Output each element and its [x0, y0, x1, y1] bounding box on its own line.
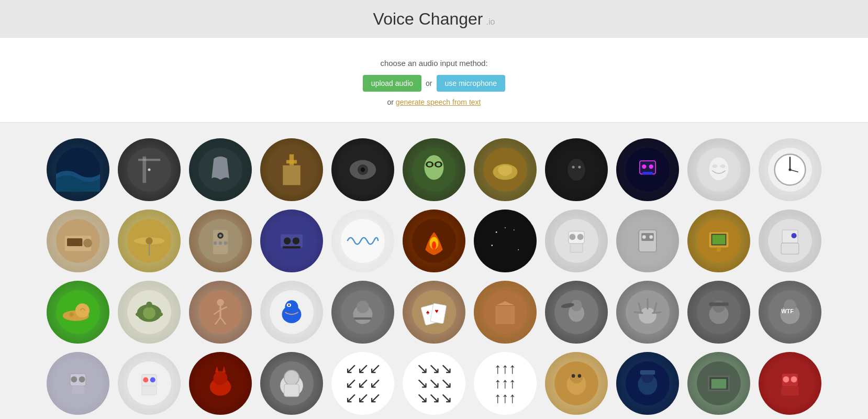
svg-point-29: [649, 164, 653, 169]
app-title-main: Voice Changer: [373, 9, 483, 29]
svg-text:♠: ♠: [426, 308, 429, 315]
voices-section: ♠♥WTF↙↙↙↙↙↙↙↙↙↘↘↘↘↘↘↘↘↘↑↑↑↑↑↑↑↑↑: [0, 123, 868, 419]
voice-box[interactable]: [474, 281, 537, 344]
voices-grid: ♠♥WTF↙↙↙↙↙↙↙↙↙↘↘↘↘↘↘↘↘↘↑↑↑↑↑↑↑↑↑: [21, 138, 847, 419]
svg-point-53: [219, 241, 222, 245]
voice-officer[interactable]: [687, 281, 750, 344]
audio-section: choose an audio input method: upload aud…: [0, 38, 868, 123]
svg-point-52: [214, 241, 217, 245]
voice-general[interactable]: [331, 281, 394, 344]
voice-clock[interactable]: [759, 138, 821, 201]
voice-robot-white[interactable]: [545, 210, 608, 272]
svg-point-39: [788, 168, 791, 171]
svg-rect-170: [711, 379, 727, 389]
svg-point-15: [425, 155, 444, 180]
svg-point-42: [83, 239, 92, 248]
voice-cards[interactable]: ♠♥: [403, 281, 465, 344]
voice-toy-robot[interactable]: [118, 352, 181, 415]
svg-point-64: [483, 219, 527, 263]
voice-arrows-up[interactable]: ↑↑↑↑↑↑↑↑↑: [474, 352, 537, 415]
use-microphone-button[interactable]: use microphone: [437, 75, 506, 92]
voice-spiky[interactable]: [616, 281, 679, 344]
voice-sonic[interactable]: [260, 281, 323, 344]
voice-arrows-down-right[interactable]: ↘↘↘↘↘↘↘↘↘: [403, 352, 465, 415]
upload-audio-button[interactable]: upload audio: [363, 75, 421, 92]
svg-point-161: [572, 374, 575, 378]
voice-snail[interactable]: [47, 281, 109, 344]
voice-dark-face[interactable]: [545, 138, 608, 201]
svg-point-68: [518, 249, 519, 250]
svg-point-69: [505, 227, 506, 228]
svg-point-34: [720, 164, 726, 168]
svg-point-4: [148, 168, 150, 171]
voice-wave[interactable]: [331, 210, 394, 272]
svg-point-25: [578, 166, 581, 168]
voice-detective[interactable]: [545, 281, 608, 344]
voice-dali-clock[interactable]: [474, 138, 537, 201]
svg-point-146: [143, 377, 148, 382]
generate-speech-link[interactable]: generate speech from text: [396, 98, 481, 106]
svg-rect-9: [283, 166, 301, 185]
svg-point-174: [791, 377, 797, 383]
voice-cymbal[interactable]: [118, 210, 181, 272]
voice-astronaut[interactable]: [260, 352, 323, 415]
svg-point-92: [75, 303, 90, 317]
voice-fire-eye[interactable]: [403, 210, 465, 272]
svg-point-33: [712, 164, 717, 168]
voice-chipmunk[interactable]: [545, 352, 608, 415]
svg-point-151: [214, 371, 228, 385]
generate-prefix: or: [387, 98, 396, 106]
svg-rect-166: [640, 370, 655, 374]
svg-point-111: [288, 304, 290, 306]
voice-anonymous[interactable]: [687, 138, 750, 201]
svg-point-65: [496, 231, 497, 233]
svg-point-63: [432, 241, 436, 249]
svg-point-154: [284, 370, 299, 385]
header: Voice Changer .io: [0, 0, 868, 38]
svg-point-147: [150, 377, 155, 382]
svg-point-101: [217, 299, 224, 306]
voice-dancer[interactable]: [189, 281, 252, 344]
svg-point-98: [156, 312, 163, 316]
voice-alien[interactable]: [403, 138, 465, 201]
voice-robot-neon[interactable]: [616, 138, 679, 201]
svg-point-99: [146, 302, 152, 308]
voice-radio[interactable]: [47, 210, 109, 272]
svg-point-23: [567, 159, 585, 181]
voice-ghost[interactable]: [189, 138, 252, 201]
voice-robot-color[interactable]: [759, 210, 821, 272]
voice-silver-robot[interactable]: [47, 352, 109, 415]
svg-rect-89: [781, 243, 799, 254]
app-title: Voice Changer .io: [373, 9, 495, 29]
voice-tv-robot[interactable]: [687, 210, 750, 272]
voice-ocean[interactable]: [47, 138, 109, 201]
svg-point-109: [285, 300, 298, 313]
voice-moon[interactable]: [118, 138, 181, 201]
voice-wtf[interactable]: WTF: [759, 281, 821, 344]
voice-arrows-down-left[interactable]: ↙↙↙↙↙↙↙↙↙: [331, 352, 394, 415]
svg-rect-122: [496, 305, 515, 324]
or-label: or: [426, 79, 432, 87]
voice-underwater[interactable]: [616, 352, 679, 415]
voice-devil[interactable]: [189, 352, 252, 415]
audio-buttons: upload audio or use microphone: [0, 75, 868, 92]
voice-turtle[interactable]: [118, 281, 181, 344]
svg-point-51: [219, 234, 221, 237]
svg-point-28: [642, 164, 646, 169]
voice-screen[interactable]: [687, 352, 750, 415]
svg-rect-148: [142, 386, 157, 395]
voice-dark-space[interactable]: [474, 210, 537, 272]
voice-church[interactable]: [260, 138, 323, 201]
svg-point-130: [639, 308, 656, 324]
voice-robot-metal[interactable]: [616, 210, 679, 272]
svg-rect-30: [642, 172, 653, 174]
svg-point-79: [649, 235, 653, 239]
svg-point-97: [136, 312, 142, 316]
voice-dalek[interactable]: [189, 210, 252, 272]
voice-phone[interactable]: [331, 138, 394, 201]
voice-vcr[interactable]: [260, 210, 323, 272]
svg-point-72: [570, 234, 576, 240]
svg-rect-47: [149, 245, 150, 256]
svg-point-18: [427, 163, 431, 167]
voice-red-robot[interactable]: [759, 352, 821, 415]
